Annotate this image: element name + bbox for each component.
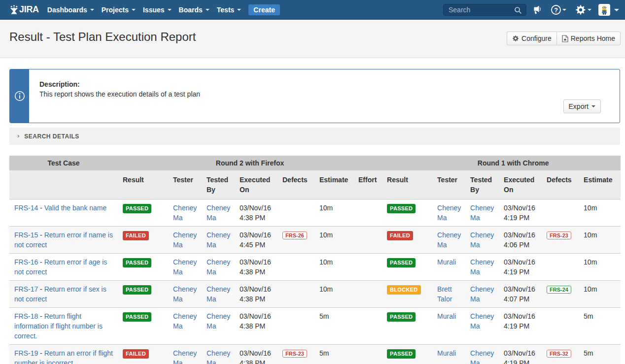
svg-text:?: ? (554, 7, 558, 14)
